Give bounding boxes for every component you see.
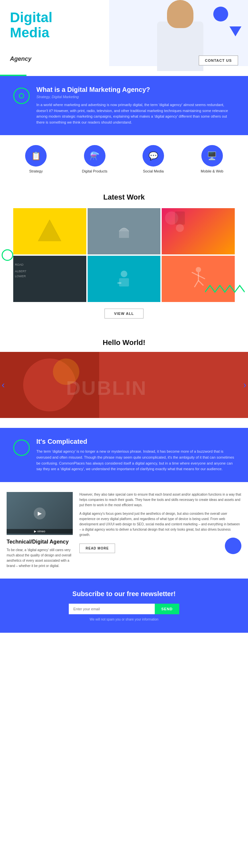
svg-point-8 <box>176 224 184 232</box>
svg-text:ALBERT: ALBERT <box>15 270 26 273</box>
work-image-3 <box>162 208 235 254</box>
mural-background: DUBLIN <box>0 352 248 418</box>
latest-work-heading: Latest Work <box>7 193 241 202</box>
digital-products-icon-circle: ⚗️ <box>84 145 106 166</box>
complicated-icon <box>13 439 30 456</box>
tech-blue-circle-decoration <box>225 537 241 554</box>
street-svg: ROAD ALBERT LOWER <box>13 256 40 282</box>
person-body <box>157 22 203 71</box>
newsletter-send-button[interactable]: SEND <box>155 604 180 614</box>
social-media-icon-circle: 💬 <box>142 145 164 166</box>
triangle-svg <box>36 218 63 245</box>
hello-world-section: Hello World! DUBLIN ‹ › <box>0 329 248 418</box>
read-more-button[interactable]: READ MORE <box>79 544 115 553</box>
view-all-button[interactable]: VIEW ALL <box>105 309 143 318</box>
svg-rect-7 <box>175 212 185 225</box>
newsletter-section: Subscribe to our free newsletter! SEND W… <box>0 579 248 633</box>
video-thumbnail[interactable]: ▶ ▶ vimeo <box>7 492 73 535</box>
hero-title: Digital Media <box>10 10 52 40</box>
hero-title-text: Digital Media <box>10 10 52 40</box>
what-is-body: In a world where marketing and advertisi… <box>36 102 235 125</box>
newsletter-heading: Subscribe to our free newsletter! <box>13 590 235 598</box>
what-is-subtitle: Strategy, Digital Marketing <box>36 95 235 99</box>
strategy-icon-circle: 📋 <box>25 145 47 166</box>
technical-right-column: However, they also take special care to … <box>79 492 241 569</box>
mural-svg <box>162 208 188 235</box>
svg-rect-4 <box>119 231 129 238</box>
svg-point-12 <box>121 271 127 277</box>
svg-line-19 <box>194 281 198 287</box>
svg-line-18 <box>198 276 205 279</box>
hero-circle-decoration <box>213 7 228 22</box>
latest-work-section: Latest Work <box>0 183 248 329</box>
technical-body-right-2: A digital agency's focus goes beyond jus… <box>79 511 241 537</box>
complicated-content: It's Complicated The term 'digital agenc… <box>36 438 235 472</box>
hello-world-heading: Hello World! <box>0 338 248 347</box>
complicated-body: The term 'digital agency' is no longer a… <box>36 449 235 472</box>
svg-line-20 <box>198 281 203 285</box>
carousel-right-arrow[interactable]: › <box>243 380 246 390</box>
service-digital-products: ⚗️ Digital Products <box>78 145 111 173</box>
service-mobile-web: 🖥️ Mobile & Web <box>195 145 228 173</box>
svg-marker-1 <box>38 220 61 241</box>
technical-body-right-1: However, they also take special care to … <box>79 492 241 508</box>
person-head <box>167 0 193 28</box>
work-row-bottom: ROAD ALBERT LOWER <box>13 256 235 302</box>
what-is-heading: What is a Digital Marketing Agency? <box>36 86 235 94</box>
newsletter-disclaimer: We will not spam you or share your infor… <box>13 618 235 621</box>
newsletter-email-input[interactable] <box>69 604 155 614</box>
svg-text:ROAD: ROAD <box>15 263 24 266</box>
service-social-media: 💬 Social Media <box>137 145 170 173</box>
mobile-web-icon-circle: 🖥️ <box>201 145 223 166</box>
technical-section: ▶ ▶ vimeo Technical/Digital Agency To be… <box>0 482 248 579</box>
hello-world-image: DUBLIN <box>0 352 248 418</box>
person-tech-svg <box>114 269 134 289</box>
complicated-heading: It's Complicated <box>36 438 235 445</box>
technical-body-left: To be clear, a 'digital agency' still ca… <box>7 548 73 569</box>
geo-pattern-1 <box>13 208 86 254</box>
carousel-left-arrow[interactable]: ‹ <box>2 380 5 390</box>
svg-rect-14 <box>117 282 121 284</box>
hero-accent-line <box>0 75 26 76</box>
work-grid-container: ROAD ALBERT LOWER <box>7 208 241 302</box>
technical-left-column: ▶ ▶ vimeo Technical/Digital Agency To be… <box>7 492 73 569</box>
what-is-icon <box>13 88 30 104</box>
hello-world-carousel: DUBLIN ‹ › <box>0 352 248 418</box>
social-media-label: Social Media <box>143 169 164 173</box>
service-strategy: 📋 Strategy <box>20 145 53 173</box>
contact-us-button[interactable]: CONTACT US <box>199 56 238 65</box>
video-label: ▶ vimeo <box>7 529 73 534</box>
digital-products-label: Digital Products <box>82 169 107 173</box>
work-image-5 <box>88 256 161 302</box>
work-overlay-circle <box>2 249 13 261</box>
what-is-content: What is a Digital Marketing Agency? Stra… <box>36 86 235 125</box>
mobile-web-label: Mobile & Web <box>201 169 223 173</box>
complicated-section: It's Complicated The term 'digital agenc… <box>0 428 248 482</box>
wave-svg <box>205 282 245 296</box>
services-section: 📋 Strategy ⚗️ Digital Products 💬 Social … <box>0 135 248 183</box>
svg-text:LOWER: LOWER <box>15 275 26 278</box>
svg-point-15 <box>196 267 201 272</box>
svg-point-0 <box>19 94 24 98</box>
work-image-4: ROAD ALBERT LOWER <box>13 256 86 302</box>
newsletter-form: SEND <box>13 604 235 614</box>
hero-section: Digital Media Agency CONTACT US <box>0 0 248 76</box>
technical-heading: Technical/Digital Agency <box>7 539 73 545</box>
svg-line-17 <box>192 272 198 276</box>
hero-subtitle: Agency <box>10 56 31 62</box>
svg-text:DUBLIN: DUBLIN <box>66 377 147 399</box>
work-wave-decoration <box>205 282 245 296</box>
hero-triangle-decoration <box>229 26 241 36</box>
work-row-top <box>13 208 235 254</box>
work-image-2 <box>88 208 161 254</box>
work-image-1 <box>13 208 86 254</box>
play-button[interactable]: ▶ <box>34 507 46 519</box>
strategy-label: Strategy <box>29 169 43 173</box>
arch-svg <box>116 223 132 240</box>
what-is-section: What is a Digital Marketing Agency? Stra… <box>0 76 248 135</box>
circle-icon <box>18 93 25 99</box>
